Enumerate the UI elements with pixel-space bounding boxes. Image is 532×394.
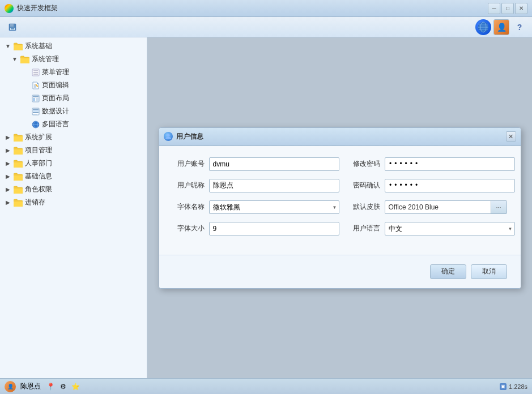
maximize-button[interactable]: □ [501,3,514,14]
form-row-3: 字体名称 微软雅黑 宋体 黑体 ▼ 默认皮肤 [173,200,507,214]
sidebar-item-sys-mgmt[interactable]: ▼ 系统管理 [0,53,147,66]
change-pwd-group: 修改密码 [348,157,515,171]
help-icon: ? [517,23,522,32]
title-bar: 快速开发框架 ─ □ ✕ [0,0,532,17]
save-icon [8,23,17,32]
sidebar-label-hr-dept: 人事部门 [25,159,52,168]
sidebar-label-multi-lang: 多国语言 [42,119,69,129]
form-row-1: 用户账号 修改密码 [173,157,507,171]
page-edit-icon [32,82,40,89]
dialog-title-icon [164,132,173,141]
status-left: 👤 陈恩点 📍 ⚙ ⭐ [5,381,80,392]
expand-arrow-2: ▼ [11,56,18,62]
sidebar-label-menu-mgmt: 菜单管理 [42,67,69,77]
lang-group: 用户语言 中文 English ▼ [348,222,515,235]
main-layout: ▼ 系统基础 ▼ 系统管理 ▶ 菜单管理 [0,37,532,378]
svg-rect-26 [33,112,39,113]
status-icons: 📍 ⚙ ⭐ [45,382,80,392]
form-row-4: 字体大小 用户语言 中文 English ▼ [173,222,507,235]
status-sync-icon[interactable]: ⚙ [58,382,68,392]
status-username: 陈恩点 [20,382,41,391]
avatar-image: 👤 [494,20,509,35]
sidebar-item-menu-mgmt[interactable]: ▶ 菜单管理 [0,66,147,79]
nickname-input[interactable] [209,179,339,192]
folder-icon-3 [14,134,23,142]
status-avatar: 👤 [5,381,16,392]
user-info-dialog: 用户信息 ✕ 用户账号 修改密码 [159,127,521,289]
lang-select[interactable]: 中文 English [385,222,515,235]
close-button[interactable]: ✕ [515,3,527,14]
sidebar-item-proj-mgmt[interactable]: ▶ 项目管理 [0,144,147,157]
font-size-group: 字体大小 [173,222,339,235]
title-bar-left: 快速开发框架 [5,3,58,13]
sidebar-item-multi-lang[interactable]: ▶ 多国语言 [0,118,147,131]
status-star-icon[interactable]: ⭐ [70,382,80,392]
sidebar-item-sys-base[interactable]: ▼ 系统基础 [0,40,147,53]
multi-lang-icon [32,121,40,129]
svg-rect-21 [33,98,35,101]
expand-arrow: ▼ [5,43,11,49]
sidebar: ▼ 系统基础 ▼ 系统管理 ▶ 菜单管理 [0,37,147,378]
sidebar-item-sys-ext[interactable]: ▶ 系统扩展 [0,131,147,144]
sidebar-label-proj-mgmt: 项目管理 [25,145,52,155]
skin-group: 默认皮肤 Office 2010 Blue ··· [348,200,507,214]
svg-rect-22 [36,98,39,101]
sidebar-item-role-perm[interactable]: ▶ 角色权限 [0,183,147,196]
app-icon [5,4,14,13]
svg-rect-25 [33,110,39,112]
dialog-close-button[interactable]: ✕ [506,131,516,142]
confirm-pwd-input[interactable] [385,179,515,192]
font-name-select[interactable]: 微软雅黑 宋体 黑体 [209,200,339,214]
confirm-pwd-group: 密码确认 [348,179,515,192]
dialog-title-left: 用户信息 [164,132,203,142]
sidebar-item-page-edit[interactable]: ▶ 页面编辑 [0,79,147,92]
username-group: 用户账号 [173,157,339,171]
confirm-button[interactable]: 确定 [430,264,466,279]
dialog-body: 用户账号 修改密码 用户昵称 [159,146,521,255]
dialog-footer: 确定 取消 [159,255,521,288]
minimize-button[interactable]: ─ [488,3,500,14]
folder-icon-5 [14,160,23,168]
folder-icon-6 [14,173,23,181]
svg-marker-14 [37,82,39,84]
status-location-icon[interactable]: 📍 [45,382,56,392]
data-design-icon [32,108,40,115]
globe-icon [478,22,489,33]
svg-rect-1 [10,24,14,27]
dialog-title-text: 用户信息 [176,132,203,142]
folder-icon-8 [14,199,23,207]
dialog-title-bar: 用户信息 ✕ [159,128,521,146]
folder-icon-7 [14,186,23,194]
change-pwd-input[interactable] [385,157,515,171]
toolbar: 👤 ? [0,17,532,37]
help-button[interactable]: ? [512,19,527,35]
save-button[interactable] [5,19,20,35]
sidebar-item-page-layout[interactable]: ▶ 页面布局 [0,92,147,105]
lang-label: 用户语言 [348,224,380,233]
skin-label: 默认皮肤 [348,202,380,212]
nickname-group: 用户昵称 [173,179,339,192]
status-indicator: ▣ [500,383,507,390]
cancel-button[interactable]: 取消 [471,264,507,279]
sidebar-item-base-info[interactable]: ▶ 基础信息 [0,170,147,183]
username-input[interactable] [209,157,339,171]
sidebar-label-sales-inv: 进销存 [25,198,45,207]
user-avatar[interactable]: 👤 [493,19,509,35]
sidebar-label-sys-mgmt: 系统管理 [32,54,59,64]
folder-icon [14,42,23,50]
sidebar-item-data-design[interactable]: ▶ 数据设计 [0,105,147,118]
sidebar-label-role-perm: 角色权限 [25,185,52,194]
sidebar-label-sys-ext: 系统扩展 [25,132,52,142]
svg-point-31 [167,134,169,137]
user-info-icon [165,133,172,140]
skin-browse-button[interactable]: ··· [491,201,507,213]
sidebar-item-sales-inv[interactable]: ▶ 进销存 [0,196,147,209]
font-name-group: 字体名称 微软雅黑 宋体 黑体 ▼ [173,200,339,214]
app-title: 快速开发框架 [17,3,58,13]
font-size-input[interactable] [209,222,339,235]
sidebar-label-sys-base: 系统基础 [25,41,52,51]
font-size-label: 字体大小 [173,224,205,233]
change-pwd-label: 修改密码 [348,159,380,169]
globe-button[interactable] [475,19,491,35]
sidebar-item-hr-dept[interactable]: ▶ 人事部门 [0,157,147,170]
